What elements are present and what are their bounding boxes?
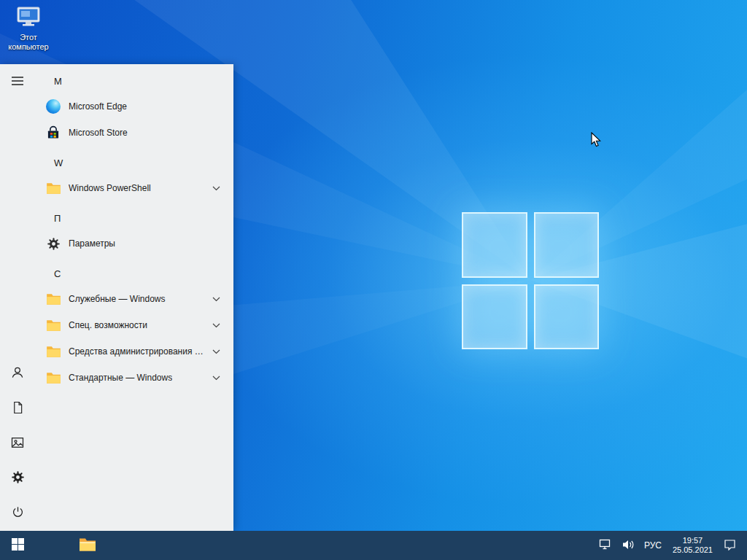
gear-icon (45, 236, 61, 252)
computer-icon (15, 19, 42, 31)
hamburger-icon (11, 76, 24, 88)
app-group-accessories-windows[interactable]: Стандартные — Windows (35, 365, 233, 391)
start-rail-power-button[interactable] (0, 496, 35, 531)
clock[interactable]: 19:57 25.05.2021 (667, 531, 719, 560)
system-tray: РУС 19:57 25.05.2021 (594, 531, 741, 560)
windows-flag-icon (12, 538, 24, 553)
chevron-down-icon[interactable] (212, 297, 220, 302)
chevron-down-icon[interactable] (212, 349, 220, 354)
app-label: Microsoft Store (69, 128, 128, 138)
chevron-down-icon[interactable] (212, 376, 220, 381)
folder-icon (45, 317, 61, 333)
document-icon (11, 400, 25, 417)
start-rail-settings-button[interactable] (0, 461, 35, 496)
folder-icon (45, 291, 61, 307)
app-label: Стандартные — Windows (69, 373, 172, 383)
section-letter-m[interactable]: M (35, 69, 233, 93)
start-rail-user-button[interactable] (0, 356, 35, 391)
user-icon (10, 365, 25, 382)
power-icon (11, 505, 25, 521)
app-group-system-windows[interactable]: Служебные — Windows (35, 286, 233, 312)
app-group-accessibility[interactable]: Спец. возможности (35, 312, 233, 338)
app-label: Средства администрирования W… (69, 346, 205, 357)
app-label: Windows PowerShell (69, 183, 151, 193)
app-item-microsoft-store[interactable]: Microsoft Store (35, 120, 233, 146)
start-menu: M Microsoft Edge Microsoft Store (0, 64, 233, 531)
start-rail-documents-button[interactable] (0, 391, 35, 426)
network-status-button[interactable] (594, 531, 617, 560)
start-rail-pictures-button[interactable] (0, 426, 35, 461)
action-center-icon (724, 539, 736, 553)
taskbar-file-explorer-button[interactable] (70, 531, 105, 560)
section-letter-p[interactable]: П (35, 206, 233, 230)
section-letter-s[interactable]: С (35, 261, 233, 286)
desktop-icon-this-pc[interactable]: Этот компьютер (4, 6, 53, 52)
windows-logo (462, 212, 599, 349)
pictures-icon (10, 435, 25, 452)
volume-icon (622, 540, 634, 552)
microsoft-edge-icon (45, 98, 61, 114)
clock-date: 25.05.2021 (673, 545, 713, 555)
start-menu-expand-button[interactable] (0, 64, 35, 99)
taskbar-microsoft-edge-button[interactable] (35, 531, 70, 560)
app-group-windows-powershell[interactable]: Windows PowerShell (35, 175, 233, 201)
desktop-icon-label: Этот компьютер (4, 33, 53, 52)
folder-icon (45, 370, 61, 386)
app-label: Microsoft Edge (69, 101, 127, 112)
app-label: Спец. возможности (69, 320, 147, 330)
network-icon (599, 539, 612, 552)
volume-button[interactable] (617, 531, 639, 560)
folder-icon (45, 343, 61, 359)
chevron-down-icon[interactable] (212, 323, 220, 328)
clock-time: 19:57 (683, 536, 703, 545)
app-label: Служебные — Windows (69, 294, 166, 304)
language-indicator[interactable]: РУС (639, 531, 667, 560)
section-letter-w[interactable]: W (35, 150, 233, 175)
start-menu-rail (0, 64, 35, 531)
microsoft-store-icon (45, 125, 61, 141)
start-menu-app-list: M Microsoft Edge Microsoft Store (35, 64, 233, 531)
app-item-microsoft-edge[interactable]: Microsoft Edge (35, 93, 233, 120)
action-center-button[interactable] (719, 531, 741, 560)
app-label: Параметры (69, 238, 115, 249)
chevron-down-icon[interactable] (212, 186, 220, 191)
file-explorer-icon (79, 537, 96, 554)
start-menu-rail-bottom (0, 356, 35, 531)
app-group-admin-tools[interactable]: Средства администрирования W… (35, 338, 233, 365)
desktop: Этот компьютер (0, 0, 747, 560)
start-button[interactable] (0, 531, 35, 560)
gear-icon (11, 470, 25, 486)
taskbar: РУС 19:57 25.05.2021 (0, 531, 747, 560)
app-item-settings[interactable]: Параметры (35, 230, 233, 257)
folder-icon (45, 180, 61, 196)
